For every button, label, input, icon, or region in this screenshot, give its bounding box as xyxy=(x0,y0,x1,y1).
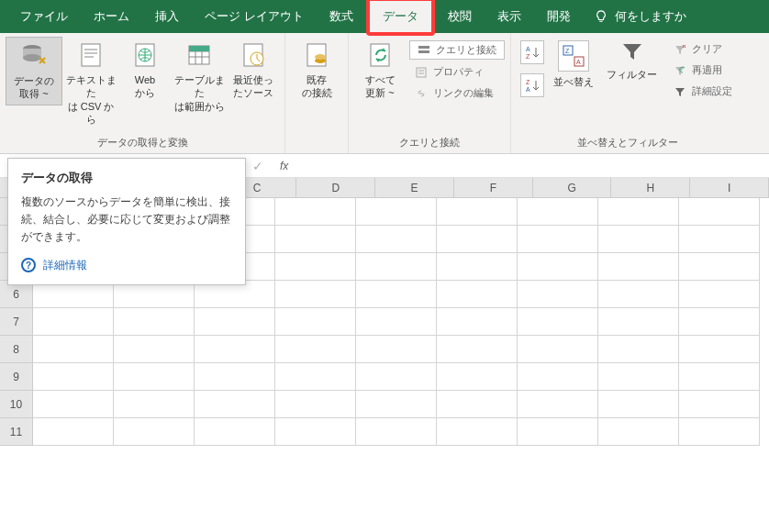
cell[interactable] xyxy=(275,198,356,226)
cell[interactable] xyxy=(598,308,679,336)
cell[interactable] xyxy=(437,336,518,363)
cell[interactable] xyxy=(356,198,437,226)
cell[interactable] xyxy=(518,308,598,336)
cell[interactable] xyxy=(437,363,518,391)
cell[interactable] xyxy=(679,281,760,308)
cell[interactable] xyxy=(195,308,275,336)
cell[interactable] xyxy=(679,198,760,226)
cell[interactable] xyxy=(356,253,437,281)
cell[interactable] xyxy=(195,336,275,363)
cell[interactable] xyxy=(679,418,760,446)
cell[interactable] xyxy=(518,391,598,418)
cell[interactable] xyxy=(275,391,356,418)
cell[interactable] xyxy=(33,391,114,418)
cell[interactable] xyxy=(679,253,760,281)
refresh-all-button[interactable]: すべて 更新 ~ xyxy=(354,37,406,104)
cell[interactable] xyxy=(437,308,518,336)
cell[interactable] xyxy=(275,418,356,446)
row-header[interactable]: 7 xyxy=(0,308,33,336)
reapply-button[interactable]: 再適用 xyxy=(668,61,738,79)
cell[interactable] xyxy=(114,308,195,336)
cell[interactable] xyxy=(437,253,518,281)
from-table-button[interactable]: テーブルまた は範囲から xyxy=(171,37,228,116)
cell[interactable] xyxy=(114,418,195,446)
tab-insert[interactable]: 挿入 xyxy=(142,1,192,32)
row-header[interactable]: 11 xyxy=(0,418,33,446)
tab-home[interactable]: ホーム xyxy=(81,1,142,32)
cell[interactable] xyxy=(356,363,437,391)
cell[interactable] xyxy=(356,281,437,308)
tab-developer[interactable]: 開発 xyxy=(534,1,584,32)
cell[interactable] xyxy=(679,363,760,391)
cell[interactable] xyxy=(437,198,518,226)
formula-input[interactable] xyxy=(301,158,769,174)
cell[interactable] xyxy=(195,363,275,391)
cell[interactable] xyxy=(275,363,356,391)
cell[interactable] xyxy=(437,391,518,418)
tab-review[interactable]: 校閲 xyxy=(435,1,485,32)
sort-desc-button[interactable]: ZA xyxy=(520,73,544,97)
col-header[interactable]: H xyxy=(611,178,690,197)
cell[interactable] xyxy=(679,391,760,418)
cell[interactable] xyxy=(518,418,598,446)
confirm-icon[interactable]: ✓ xyxy=(252,159,263,173)
cell[interactable] xyxy=(275,336,356,363)
cell[interactable] xyxy=(437,226,518,253)
cell[interactable] xyxy=(598,418,679,446)
row-header[interactable]: 10 xyxy=(0,391,33,418)
cell[interactable] xyxy=(356,418,437,446)
cell[interactable] xyxy=(356,308,437,336)
from-web-button[interactable]: Web から xyxy=(119,37,171,104)
cell[interactable] xyxy=(679,308,760,336)
row-header[interactable]: 9 xyxy=(0,363,33,391)
row-header[interactable]: 8 xyxy=(0,336,33,363)
cell[interactable] xyxy=(518,198,598,226)
sort-button[interactable]: ZA 並べ替え xyxy=(548,37,599,93)
cell[interactable] xyxy=(33,308,114,336)
clear-button[interactable]: クリア xyxy=(668,40,738,58)
col-header[interactable]: F xyxy=(454,178,533,197)
col-header[interactable]: D xyxy=(296,178,375,197)
cell[interactable] xyxy=(33,418,114,446)
cell[interactable] xyxy=(275,308,356,336)
queries-connections-button[interactable]: クエリと接続 xyxy=(409,40,505,60)
sort-asc-button[interactable]: AZ xyxy=(520,40,544,64)
cell[interactable] xyxy=(437,281,518,308)
cell[interactable] xyxy=(33,336,114,363)
cell[interactable] xyxy=(275,226,356,253)
cell[interactable] xyxy=(679,336,760,363)
cell[interactable] xyxy=(356,391,437,418)
tab-pagelayout[interactable]: ページ レイアウト xyxy=(192,1,317,32)
col-header[interactable]: G xyxy=(533,178,612,197)
cell[interactable] xyxy=(518,281,598,308)
cell[interactable] xyxy=(518,363,598,391)
cell[interactable] xyxy=(356,226,437,253)
cell[interactable] xyxy=(195,391,275,418)
cell[interactable] xyxy=(598,198,679,226)
cell[interactable] xyxy=(114,391,195,418)
cell[interactable] xyxy=(356,336,437,363)
cell[interactable] xyxy=(679,226,760,253)
cell[interactable] xyxy=(275,281,356,308)
cell[interactable] xyxy=(598,226,679,253)
filter-button[interactable]: フィルター xyxy=(599,37,664,85)
properties-button[interactable]: プロパティ xyxy=(409,63,505,81)
cell[interactable] xyxy=(598,281,679,308)
cell[interactable] xyxy=(598,363,679,391)
col-header[interactable]: E xyxy=(375,178,454,197)
tab-view[interactable]: 表示 xyxy=(485,1,534,32)
cell[interactable] xyxy=(114,363,195,391)
cell[interactable] xyxy=(518,226,598,253)
cell[interactable] xyxy=(195,418,275,446)
cell[interactable] xyxy=(598,391,679,418)
tab-formulas[interactable]: 数式 xyxy=(317,1,366,32)
edit-links-button[interactable]: リンクの編集 xyxy=(409,84,505,102)
cell[interactable] xyxy=(437,418,518,446)
fx-icon[interactable]: fx xyxy=(280,160,288,172)
tooltip-link[interactable]: ? 詳細情報 xyxy=(21,258,232,273)
cell[interactable] xyxy=(598,253,679,281)
advanced-button[interactable]: 詳細設定 xyxy=(668,83,738,100)
tab-file[interactable]: ファイル xyxy=(7,1,81,32)
tab-data[interactable]: データ xyxy=(370,1,431,32)
existing-connections-button[interactable]: 既存 の接続 xyxy=(291,37,342,104)
